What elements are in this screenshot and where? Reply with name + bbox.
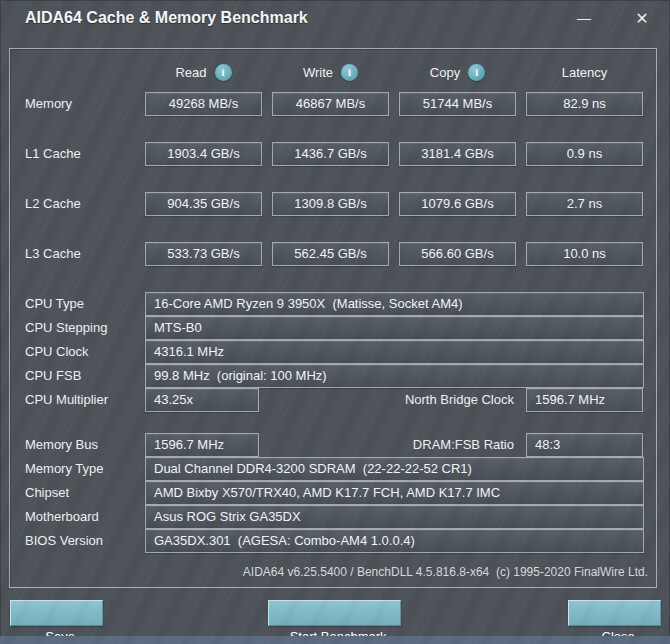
info-label-cpu-fsb: CPU FSB (25, 364, 81, 388)
info-icon[interactable]: i (215, 64, 232, 81)
benchmark-value-memory-write: 46867 MB/s (272, 92, 389, 116)
benchmark-value-l2-read: 904.35 GB/s (145, 192, 262, 216)
version-text: AIDA64 v6.25.5400 / BenchDLL 4.5.816.8-x… (243, 564, 648, 580)
benchmark-value-memory-copy: 51744 MB/s (399, 92, 516, 116)
info-value-dram-fsb-ratio: 48:3 (526, 433, 643, 457)
info-label-north-bridge-clock: North Bridge Clock (405, 388, 514, 412)
info-value-motherboard: Asus ROG Strix GA35DX (145, 505, 644, 529)
row-label-l3-cache: L3 Cache (25, 242, 81, 266)
minimize-icon: — (577, 10, 591, 26)
benchmark-value-l2-copy: 1079.6 GB/s (399, 192, 516, 216)
info-label-cpu-type: CPU Type (25, 292, 84, 316)
title-bar[interactable]: AIDA64 Cache & Memory Benchmark — ✕ (0, 0, 670, 36)
bottom-strip (0, 636, 670, 644)
benchmark-value-l3-write: 562.45 GB/s (272, 242, 389, 266)
benchmark-value-l3-latency: 10.0 ns (526, 242, 643, 266)
info-label-memory-bus: Memory Bus (25, 433, 98, 457)
benchmark-value-l1-write: 1436.7 GB/s (272, 142, 389, 166)
start-benchmark-button[interactable]: Start Benchmark (268, 600, 401, 626)
info-value-cpu-type: 16-Core AMD Ryzen 9 3950X (Matisse, Sock… (145, 292, 644, 316)
info-label-cpu-clock: CPU Clock (25, 340, 89, 364)
info-value-memory-bus: 1596.7 MHz (145, 433, 259, 457)
info-value-bios-version: GA35DX.301 (AGESA: Combo-AM4 1.0.0.4) (145, 529, 644, 553)
benchmark-value-memory-latency: 82.9 ns (526, 92, 643, 116)
column-header-latency: Latency (526, 62, 643, 82)
benchmark-value-l3-copy: 566.60 GB/s (399, 242, 516, 266)
info-label-memory-type: Memory Type (25, 457, 104, 481)
column-header-write: Write i (272, 62, 389, 82)
info-value-cpu-fsb: 99.8 MHz (original: 100 MHz) (145, 364, 644, 388)
info-value-cpu-stepping: MTS-B0 (145, 316, 644, 340)
minimize-button[interactable]: — (562, 0, 606, 36)
window-title: AIDA64 Cache & Memory Benchmark (25, 9, 308, 27)
row-label-memory: Memory (25, 92, 72, 116)
column-header-label: Write (303, 65, 333, 80)
benchmark-value-l2-latency: 2.7 ns (526, 192, 643, 216)
info-label-cpu-stepping: CPU Stepping (25, 316, 107, 340)
info-value-memory-type: Dual Channel DDR4-3200 SDRAM (22-22-22-5… (145, 457, 644, 481)
info-icon[interactable]: i (341, 64, 358, 81)
info-value-cpu-clock: 4316.1 MHz (145, 340, 644, 364)
close-dialog-button[interactable]: Close (568, 600, 661, 626)
column-header-label: Copy (430, 65, 460, 80)
info-label-cpu-multiplier: CPU Multiplier (25, 388, 108, 412)
close-icon: ✕ (635, 9, 648, 28)
benchmark-value-l3-read: 533.73 GB/s (145, 242, 262, 266)
info-value-cpu-multiplier: 43.25x (145, 388, 259, 412)
benchmark-value-l1-copy: 3181.4 GB/s (399, 142, 516, 166)
benchmark-value-l1-read: 1903.4 GB/s (145, 142, 262, 166)
row-label-l2-cache: L2 Cache (25, 192, 81, 216)
info-label-chipset: Chipset (25, 481, 69, 505)
benchmark-value-l1-latency: 0.9 ns (526, 142, 643, 166)
info-label-bios-version: BIOS Version (25, 529, 103, 553)
column-header-copy: Copy i (399, 62, 516, 82)
close-button[interactable]: ✕ (620, 0, 664, 36)
info-icon[interactable]: i (468, 64, 485, 81)
row-label-l1-cache: L1 Cache (25, 142, 81, 166)
column-header-read: Read i (145, 62, 262, 82)
benchmark-value-memory-read: 49268 MB/s (145, 92, 262, 116)
info-label-dram-fsb-ratio: DRAM:FSB Ratio (413, 433, 514, 457)
column-header-label: Read (175, 65, 206, 80)
benchmark-value-l2-write: 1309.8 GB/s (272, 192, 389, 216)
info-label-motherboard: Motherboard (25, 505, 99, 529)
column-header-label: Latency (562, 65, 608, 80)
save-button[interactable]: Save (10, 600, 103, 626)
info-value-north-bridge-clock: 1596.7 MHz (526, 388, 643, 412)
info-value-chipset: AMD Bixby X570/TRX40, AMD K17.7 FCH, AMD… (145, 481, 644, 505)
aida64-benchmark-window: { "window": { "title": "AIDA64 Cache & M… (0, 0, 670, 644)
